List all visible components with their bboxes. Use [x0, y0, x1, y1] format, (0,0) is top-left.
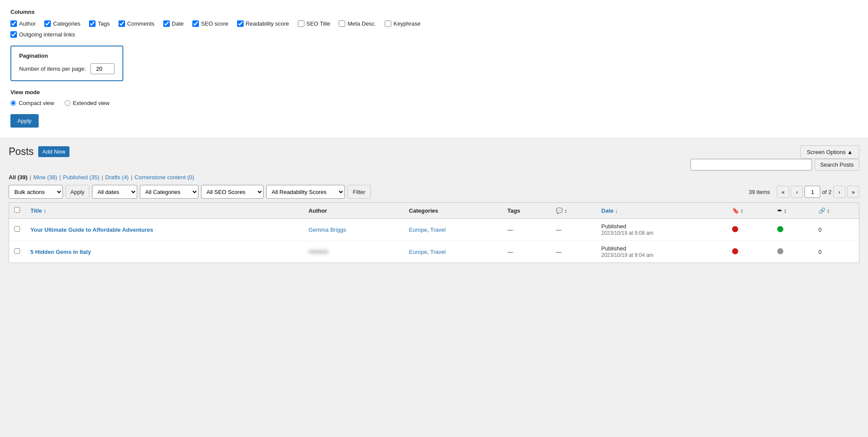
categories-checkbox-label[interactable]: Categories [44, 20, 80, 27]
last-page-button[interactable]: » [847, 186, 859, 198]
extended-view-radio[interactable] [65, 100, 70, 106]
date-status: Published [601, 245, 626, 252]
comments-checkbox-label[interactable]: Comments [119, 20, 155, 27]
readability-dot [777, 248, 783, 254]
comments-dash: — [556, 249, 561, 255]
post-title-link[interactable]: Your Ultimate Guide to Affordable Advent… [30, 227, 153, 233]
current-page-input[interactable] [805, 186, 820, 198]
outgoing-links-label: Outgoing internal links [19, 31, 75, 38]
prev-page-button[interactable]: ‹ [791, 186, 803, 198]
readability-checkbox-label[interactable]: Readability score [237, 20, 289, 27]
tags-checkbox[interactable] [89, 20, 96, 27]
date-status: Published [601, 223, 626, 230]
keyphrase-checkbox-label[interactable]: Keyphrase [385, 20, 420, 27]
category-europe-link[interactable]: Europe [409, 249, 427, 255]
outgoing-links-checkbox-label[interactable]: Outgoing internal links [10, 31, 858, 38]
compact-view-text: Compact view [19, 100, 54, 106]
table-row: Your Ultimate Guide to Affordable Advent… [9, 219, 859, 241]
screen-options-button[interactable]: Screen Options ▲ [800, 145, 859, 159]
row-checkbox[interactable] [14, 226, 20, 232]
author-link[interactable]: Gemma Briggs [309, 227, 347, 233]
view-mode-heading: View mode [10, 89, 858, 95]
row-checkbox-cell [9, 219, 26, 241]
author-checkbox-label[interactable]: Author [10, 20, 36, 27]
keyphrase-label: Keyphrase [393, 20, 420, 27]
compact-view-label[interactable]: Compact view [10, 100, 54, 106]
date-checkbox-label[interactable]: Date [163, 20, 184, 27]
post-title-link[interactable]: 5 Hidden Gems in Italy [30, 249, 91, 255]
th-links: 🔗 ↕ [813, 203, 859, 219]
date-value: 2023/10/19 at 9:08 am [601, 230, 653, 236]
items-count: 39 items [749, 189, 770, 195]
all-posts-link[interactable]: All (39) [9, 174, 27, 181]
seo-title-checkbox[interactable] [298, 20, 304, 27]
total-pages: of 2 [822, 189, 832, 195]
meta-desc-checkbox[interactable] [339, 20, 345, 27]
tags-checkbox-label[interactable]: Tags [89, 20, 109, 27]
posts-header: Posts Add New Screen Options ▲ [9, 145, 859, 159]
first-page-button[interactable]: « [777, 186, 789, 198]
th-checkbox [9, 203, 26, 219]
title-sort-link[interactable]: Title ↕ [30, 207, 46, 214]
readability-label: Readability score [246, 20, 289, 27]
next-page-button[interactable]: › [833, 186, 845, 198]
row-date-cell: Published 2023/10/19 at 9:04 am [596, 241, 727, 263]
row-categories-cell: Europe, Travel [404, 241, 502, 263]
extended-view-label[interactable]: Extended view [65, 100, 110, 106]
posts-table: Title ↕ Author Categories Tags 💬 ↕ Date … [9, 202, 859, 263]
all-seo-scores-dropdown[interactable]: All SEO Scores [201, 185, 264, 199]
meta-desc-checkbox-label[interactable]: Meta Desc. [339, 20, 376, 27]
categories-checkbox[interactable] [44, 20, 51, 27]
keyphrase-checkbox[interactable] [385, 20, 391, 27]
row-links-cell: 0 [813, 241, 859, 263]
add-new-button[interactable]: Add New [38, 146, 70, 157]
tags-dash: — [508, 249, 513, 255]
comments-checkbox[interactable] [119, 20, 125, 27]
bulk-actions-dropdown[interactable]: Bulk actions [9, 185, 63, 199]
category-travel-link[interactable]: Travel [430, 249, 446, 255]
columns-checkboxes-row: Author Categories Tags Comments Date SEO… [10, 20, 858, 27]
seo-score-checkbox-label[interactable]: SEO score [192, 20, 228, 27]
links-count: 0 [818, 249, 822, 255]
bulk-apply-button[interactable]: Apply [66, 185, 89, 199]
search-posts-input[interactable] [690, 159, 812, 171]
all-dates-dropdown[interactable]: All dates [92, 185, 137, 199]
items-per-page-input[interactable] [90, 63, 115, 74]
row-checkbox[interactable] [14, 248, 20, 254]
columns-heading: Columns [10, 9, 858, 15]
date-sort-link[interactable]: Date ↓ [601, 207, 618, 214]
links-count: 0 [818, 227, 822, 233]
row-author-cell: •••••••••• [304, 241, 404, 263]
category-travel-link[interactable]: Travel [430, 227, 446, 233]
cornerstone-posts-link[interactable]: Cornerstone content (0) [135, 174, 194, 181]
search-posts-button[interactable]: Search Posts [815, 159, 859, 171]
author-blurred: •••••••••• [309, 249, 329, 255]
extended-view-text: Extended view [73, 100, 110, 106]
th-title: Title ↕ [25, 203, 304, 219]
select-all-checkbox[interactable] [14, 207, 20, 213]
th-author: Author [304, 203, 404, 219]
seo-score-dot [732, 226, 738, 232]
categories-label: Categories [53, 20, 80, 27]
mine-posts-link[interactable]: Mine (38) [33, 174, 57, 181]
readability-checkbox[interactable] [237, 20, 244, 27]
date-checkbox[interactable] [163, 20, 170, 27]
category-europe-link[interactable]: Europe [409, 227, 427, 233]
published-posts-link[interactable]: Published (35) [63, 174, 99, 181]
drafts-posts-link[interactable]: Drafts (4) [105, 174, 129, 181]
screen-options-apply-button[interactable]: Apply [10, 114, 39, 128]
filter-button[interactable]: Filter [347, 185, 371, 199]
all-readability-dropdown[interactable]: All Readability Scores [266, 185, 345, 199]
tablenav-right: 39 items « ‹ of 2 › » [749, 186, 859, 198]
author-checkbox[interactable] [10, 20, 17, 27]
readability-dot [777, 226, 783, 232]
seo-score-dot [732, 248, 738, 254]
th-date: Date ↓ [596, 203, 727, 219]
row-links-cell: 0 [813, 219, 859, 241]
seo-score-checkbox[interactable] [192, 20, 199, 27]
th-categories: Categories [404, 203, 502, 219]
outgoing-links-checkbox[interactable] [10, 31, 17, 38]
seo-title-checkbox-label[interactable]: SEO Title [298, 20, 330, 27]
all-categories-dropdown[interactable]: All Categories [140, 185, 198, 199]
compact-view-radio[interactable] [10, 100, 16, 106]
